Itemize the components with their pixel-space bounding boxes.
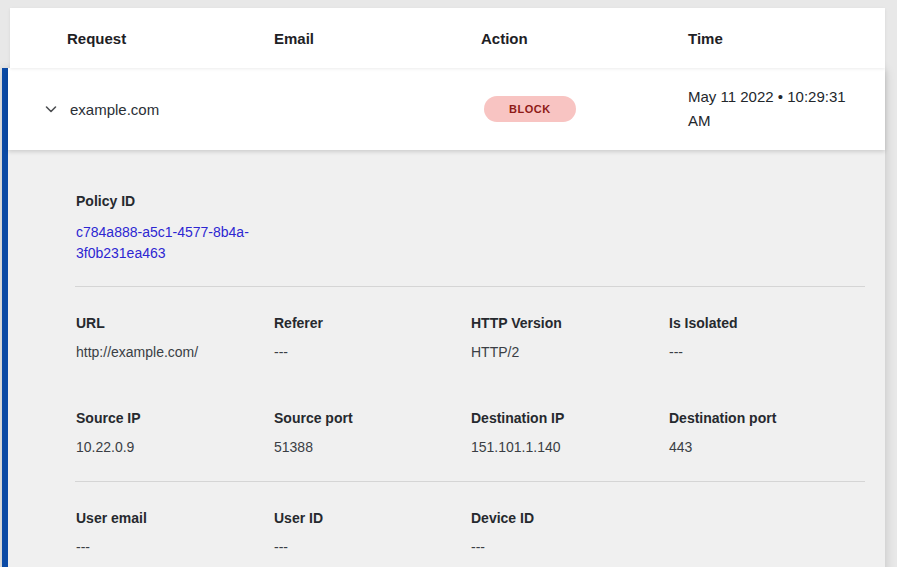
column-header-email: Email: [274, 30, 481, 47]
expanded-log-entry: example.com BLOCK May 11 2022 • 10:29:31…: [2, 68, 885, 567]
source-ip-label: Source IP: [76, 410, 274, 427]
field-destination-ip: Destination IP 151.101.1.140: [471, 410, 669, 456]
field-source-port: Source port 51388: [274, 410, 471, 456]
section-divider: [75, 286, 865, 287]
destination-ip-label: Destination IP: [471, 410, 669, 427]
policy-id-link[interactable]: c784a888-a5c1-4577-8b4a-3f0b231ea463: [76, 222, 274, 264]
field-url: URL http://example.com/: [76, 315, 274, 361]
log-detail-panel: Policy ID c784a888-a5c1-4577-8b4a-3f0b23…: [8, 150, 885, 567]
is-isolated-value: ---: [669, 344, 865, 361]
column-header-request: Request: [67, 30, 274, 47]
http-version-value: HTTP/2: [471, 344, 669, 361]
referer-value: ---: [274, 344, 471, 361]
detail-row-user: User email --- User ID --- Device ID ---: [76, 510, 865, 556]
user-id-value: ---: [274, 539, 471, 556]
device-id-label: Device ID: [471, 510, 669, 527]
source-ip-value: 10.22.0.9: [76, 439, 274, 456]
field-is-isolated: Is Isolated ---: [669, 315, 865, 361]
detail-row-network: Source IP 10.22.0.9 Source port 51388 De…: [76, 410, 865, 456]
field-device-id: Device ID ---: [471, 510, 669, 556]
column-header-action: Action: [481, 30, 688, 47]
table-header-row: Request Email Action Time: [10, 8, 885, 68]
device-id-value: ---: [471, 539, 669, 556]
table-row[interactable]: example.com BLOCK May 11 2022 • 10:29:31…: [8, 68, 885, 150]
field-destination-port: Destination port 443: [669, 410, 865, 456]
user-email-value: ---: [76, 539, 274, 556]
row-time-value: May 11 2022 • 10:29:31 AM: [688, 85, 870, 133]
action-block-badge: BLOCK: [484, 96, 576, 122]
section-divider: [75, 481, 865, 482]
destination-port-value: 443: [669, 439, 865, 456]
source-port-value: 51388: [274, 439, 471, 456]
column-header-time: Time: [688, 30, 885, 47]
referer-label: Referer: [274, 315, 471, 332]
field-http-version: HTTP Version HTTP/2: [471, 315, 669, 361]
field-user-id: User ID ---: [274, 510, 471, 556]
url-label: URL: [76, 315, 274, 332]
field-user-email: User email ---: [76, 510, 274, 556]
row-expand-toggle[interactable]: [43, 101, 70, 117]
user-id-label: User ID: [274, 510, 471, 527]
row-request-value: example.com: [70, 101, 274, 118]
detail-row-http: URL http://example.com/ Referer --- HTTP…: [76, 315, 865, 361]
http-version-label: HTTP Version: [471, 315, 669, 332]
destination-port-label: Destination port: [669, 410, 865, 427]
url-value: http://example.com/: [76, 344, 274, 361]
source-port-label: Source port: [274, 410, 471, 427]
chevron-down-icon: [43, 101, 59, 117]
destination-ip-value: 151.101.1.140: [471, 439, 669, 456]
is-isolated-label: Is Isolated: [669, 315, 865, 332]
field-source-ip: Source IP 10.22.0.9: [76, 410, 274, 456]
field-referer: Referer ---: [274, 315, 471, 361]
user-email-label: User email: [76, 510, 274, 527]
policy-id-label: Policy ID: [76, 193, 865, 210]
